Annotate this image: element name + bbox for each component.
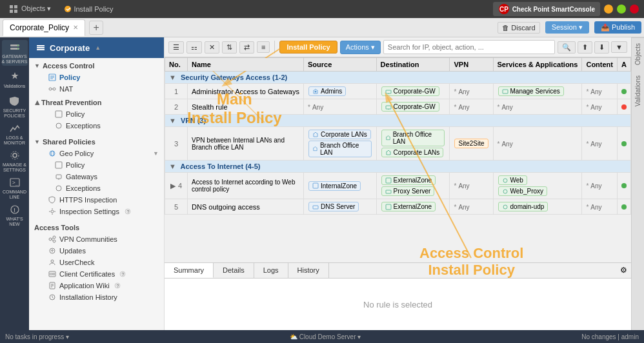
status-tasks[interactable]: No tasks in progress ▾ <box>5 333 69 340</box>
svg-rect-66 <box>386 178 391 183</box>
nav-geo-policy[interactable]: Geo Policy ▼ <box>29 148 164 159</box>
status-server[interactable]: ⛅ Cloud Demo Server ▾ <box>290 333 361 340</box>
threat-prevention-section[interactable]: ▶ Threat Prevention <box>29 95 164 108</box>
nav-updates[interactable]: Updates <box>29 245 164 257</box>
nav-geo-exceptions[interactable]: Exceptions <box>29 182 164 194</box>
table-row[interactable]: 3 VPN between Internal LANs and Branch o… <box>165 127 631 161</box>
svg-rect-17 <box>37 45 45 46</box>
svg-point-72 <box>503 205 507 209</box>
svg-text:CP: CP <box>499 6 508 13</box>
filter-2-button[interactable]: ⇄ <box>239 41 254 54</box>
svg-text:?: ? <box>122 272 125 277</box>
shared-policies-section[interactable]: ▼ Shared Policies <box>29 134 164 148</box>
nav-panel: Corporate ▲ ▼ Access Control Policy NAT … <box>29 37 165 330</box>
publish-button[interactable]: 📤 Publish <box>594 21 641 34</box>
section-header-2: ▼ VPN (3) <box>165 115 631 127</box>
actions-button[interactable]: Actions ▾ <box>340 41 381 54</box>
col-no: No. <box>165 58 188 72</box>
nav-usercheck[interactable]: UserCheck <box>29 257 164 268</box>
nav-threat-policy[interactable]: Policy <box>29 108 164 120</box>
svg-point-10 <box>17 48 19 50</box>
svg-point-38 <box>49 238 52 240</box>
svg-point-4 <box>65 6 71 12</box>
sidebar-item-gateways-servers[interactable]: GATEWAYS& SERVERS <box>2 40 28 66</box>
col-source: Source <box>304 58 377 72</box>
tab-history[interactable]: History <box>288 263 329 278</box>
nav-geo-policy-sub[interactable]: Policy <box>29 159 164 171</box>
nav-client-certificates[interactable]: Client Certificates ? <box>29 268 164 280</box>
install-policy-menu[interactable]: Install Policy <box>60 4 117 14</box>
expand-button[interactable]: ⬆ <box>578 41 592 54</box>
tab-close-icon[interactable]: ✕ <box>73 24 78 31</box>
right-tab-validations[interactable]: Validations <box>632 70 644 112</box>
nav-policy[interactable]: Policy <box>29 72 164 83</box>
nav-https-inspection[interactable]: HTTPS Inspection <box>29 194 164 206</box>
nav-threat-exceptions[interactable]: Exceptions <box>29 120 164 132</box>
svg-rect-32 <box>56 175 61 179</box>
filter-clear-button[interactable]: ✕ <box>205 41 219 54</box>
sidebar-item-whats-new[interactable]: ! WHAT'SNEW <box>2 202 28 228</box>
nav-installation-history[interactable]: Installation History <box>29 291 164 303</box>
svg-text:?: ? <box>116 284 119 288</box>
svg-text:!: ! <box>14 207 15 213</box>
separator <box>274 41 275 54</box>
section-expand-2[interactable]: ▼ <box>169 117 176 124</box>
svg-text:>_: >_ <box>12 180 19 186</box>
nav-inspection-settings[interactable]: Inspection Settings ? <box>29 206 164 217</box>
nav-gateways[interactable]: Gateways <box>29 171 164 182</box>
bottom-panel-options[interactable]: ⚙ <box>616 263 631 278</box>
discard-button[interactable]: 🗑 Discard <box>498 22 539 34</box>
access-tools-section[interactable]: Access Tools <box>29 220 164 233</box>
close-button[interactable] <box>630 5 639 14</box>
nav-vpn-communities[interactable]: VPN Communities <box>29 233 164 245</box>
install-policy-button[interactable]: Install Policy <box>279 41 337 54</box>
table-row[interactable]: 1 Administrator Access to Gateways Admin… <box>165 84 631 99</box>
col-content: Content <box>582 58 618 72</box>
right-tab-objects[interactable]: Objects <box>632 37 644 70</box>
svg-rect-1 <box>14 5 17 8</box>
tab-corporate-policy[interactable]: Corporate_Policy ✕ <box>3 19 85 36</box>
sidebar-item-manage-settings[interactable]: MANAGE &SETTINGS <box>2 148 28 174</box>
svg-rect-67 <box>386 190 391 193</box>
tab-logs[interactable]: Logs <box>254 263 288 278</box>
nav-application-wiki[interactable]: Application Wiki ? <box>29 280 164 291</box>
sidebar-item-security-policies[interactable]: SECURITYPOLICIES <box>2 94 28 120</box>
collapse-button[interactable]: ⬇ <box>594 41 609 54</box>
search-input[interactable] <box>383 40 555 54</box>
filter-toolbar-button[interactable]: ▼ <box>611 41 627 53</box>
section-expand-1[interactable]: ▼ <box>169 74 176 81</box>
filter-button[interactable]: ⇅ <box>222 41 237 54</box>
view-columns-button[interactable]: ⚏ <box>186 41 202 54</box>
tab-details[interactable]: Details <box>214 263 254 278</box>
view-list-button[interactable]: ☰ <box>168 41 184 54</box>
objects-menu[interactable]: Objects ▾ <box>5 3 55 15</box>
tab-summary[interactable]: Summary <box>165 263 214 278</box>
sidebar-item-validations[interactable]: Validations <box>2 67 28 93</box>
search-button[interactable]: 🔍 <box>558 41 576 54</box>
svg-rect-0 <box>10 5 13 8</box>
col-vpn: VPN <box>450 58 493 72</box>
col-name: Name <box>188 58 304 72</box>
tab-add-button[interactable]: + <box>89 21 103 35</box>
col-destination: Destination <box>376 58 450 72</box>
toolbar: ☰ ⚏ ✕ ⇅ ⇄ ≡ Install Policy Actions ▾ 🔍 ⬆… <box>165 37 631 57</box>
svg-point-35 <box>51 210 54 213</box>
row-expand-4[interactable]: ▶ <box>170 182 176 190</box>
svg-point-39 <box>53 236 55 239</box>
svg-rect-60 <box>386 90 391 93</box>
section-header-1: ▼ Security Gateways Access (1-2) <box>165 72 631 84</box>
access-control-section[interactable]: ▼ Access Control <box>29 58 164 72</box>
sidebar-item-logs-monitor[interactable]: LOGS &MONITOR <box>2 121 28 147</box>
minimize-button[interactable] <box>604 5 613 14</box>
table-row[interactable]: ▶4 Access to Internet according to Web c… <box>165 173 631 199</box>
session-button[interactable]: Session ▾ <box>545 21 589 34</box>
status-changes: No changes | admin <box>581 333 639 340</box>
maximize-button[interactable] <box>617 5 626 14</box>
more-options-button[interactable]: ≡ <box>257 41 270 53</box>
table-row[interactable]: 5 DNS outgoing access DNS Server <box>165 199 631 215</box>
section-expand-3[interactable]: ▼ <box>169 162 176 170</box>
nav-nat[interactable]: NAT <box>29 83 164 95</box>
svg-rect-19 <box>37 49 45 50</box>
sidebar-item-command-line[interactable]: >_ COMMANDLINE <box>2 175 28 201</box>
table-row[interactable]: 2 Stealth rule * Any Corporate-GW * Any … <box>165 99 631 115</box>
